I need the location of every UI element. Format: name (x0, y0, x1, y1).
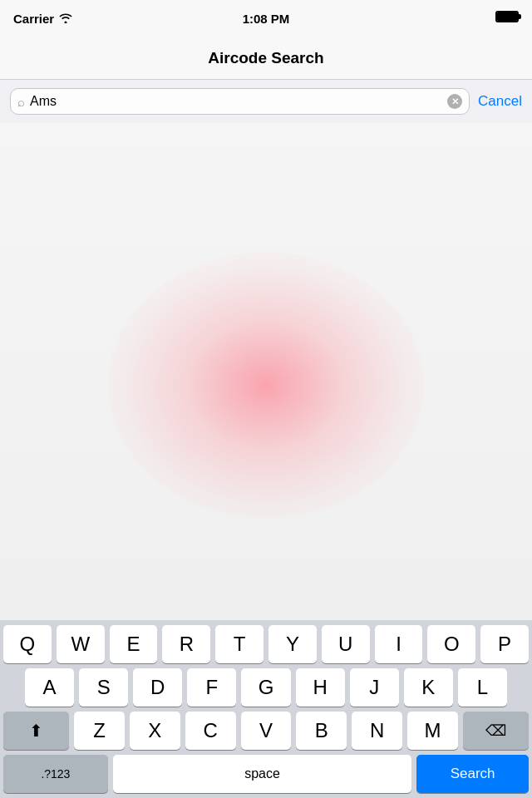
key-s[interactable]: S (79, 668, 128, 707)
key-o[interactable]: O (427, 625, 475, 663)
key-d[interactable]: D (133, 668, 182, 707)
search-input-container[interactable]: ⌕ ✕ (10, 88, 470, 115)
search-icon: ⌕ (17, 95, 25, 109)
keyboard-row-1: Q W E R T Y U I O P (0, 620, 532, 663)
key-r[interactable]: R (162, 625, 210, 663)
key-i[interactable]: I (375, 625, 423, 663)
symbol-key[interactable]: .?123 (3, 755, 108, 793)
shift-key[interactable]: ⬆ (3, 712, 69, 750)
key-w[interactable]: W (57, 625, 105, 663)
battery-icon (495, 11, 519, 26)
key-n[interactable]: N (352, 712, 402, 750)
keyboard-row-2: A S D F G H J K L (0, 663, 532, 707)
key-m[interactable]: M (407, 712, 458, 750)
space-key[interactable]: space (113, 755, 411, 793)
carrier-label: Carrier (13, 12, 54, 26)
keyboard-row-4: .?123 space Search (0, 750, 532, 798)
key-f[interactable]: F (187, 668, 236, 707)
decorative-blob (108, 252, 424, 518)
key-c[interactable]: C (185, 712, 236, 750)
keyboard-row-3: ⬆ Z X C V B N M ⌫ (0, 707, 532, 750)
key-v[interactable]: V (241, 712, 292, 750)
time-display: 1:08 PM (243, 12, 290, 26)
key-y[interactable]: Y (268, 625, 317, 663)
key-j[interactable]: J (350, 668, 399, 707)
search-area: ⌕ ✕ Cancel (0, 80, 532, 123)
keyboard: Q W E R T Y U I O P A S D F G H J K L ⬆ … (0, 620, 532, 798)
key-t[interactable]: T (215, 625, 264, 663)
clear-button[interactable]: ✕ (447, 94, 462, 109)
key-a[interactable]: A (25, 668, 74, 707)
nav-bar: Aircode Search (0, 37, 532, 80)
delete-key[interactable]: ⌫ (463, 712, 529, 750)
page-title: Aircode Search (208, 49, 323, 67)
wifi-icon (59, 12, 72, 26)
content-area (0, 123, 532, 620)
key-b[interactable]: B (296, 712, 347, 750)
key-l[interactable]: L (458, 668, 507, 707)
key-k[interactable]: K (404, 668, 453, 707)
key-g[interactable]: G (241, 668, 290, 707)
key-p[interactable]: P (480, 625, 529, 663)
search-key[interactable]: Search (416, 755, 529, 793)
key-u[interactable]: U (322, 625, 370, 663)
key-h[interactable]: H (296, 668, 345, 707)
key-q[interactable]: Q (3, 625, 52, 663)
cancel-button[interactable]: Cancel (478, 90, 522, 113)
key-e[interactable]: E (110, 625, 158, 663)
key-x[interactable]: X (130, 712, 180, 750)
search-input[interactable] (30, 94, 442, 109)
key-z[interactable]: Z (74, 712, 125, 750)
status-bar: Carrier 1:08 PM (0, 0, 532, 37)
